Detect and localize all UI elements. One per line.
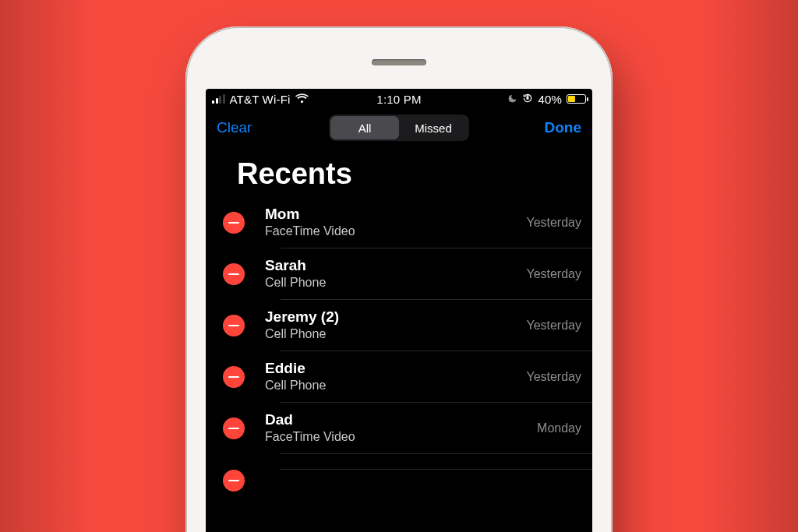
row-content: Dad FaceTime Video (265, 411, 529, 446)
minus-icon (228, 428, 239, 430)
segmented-control[interactable]: All Missed (329, 115, 469, 141)
call-time: Yesterday (526, 216, 581, 230)
decor-shadow (704, 0, 798, 532)
call-name: Eddie (265, 360, 518, 378)
list-item[interactable]: Jeremy (2) Cell Phone Yesterday (212, 300, 592, 351)
nav-bar: Clear All Missed Done (206, 109, 592, 146)
status-bar: AT&T Wi-Fi 1:10 PM (206, 89, 592, 109)
row-content: Jeremy (2) Cell Phone (265, 308, 518, 343)
minus-icon (228, 325, 239, 327)
call-time: Yesterday (526, 267, 581, 281)
call-name: Jeremy (2) (265, 308, 518, 326)
delete-row-button[interactable] (223, 263, 245, 285)
call-type: Cell Phone (265, 378, 518, 394)
delete-row-button[interactable] (223, 212, 245, 234)
status-time: 1:10 PM (206, 93, 592, 106)
row-content: Sarah Cell Phone (265, 257, 518, 291)
delete-row-button[interactable] (223, 417, 245, 439)
call-type: FaceTime Video (265, 224, 518, 240)
minus-icon (228, 273, 239, 276)
battery-icon (567, 94, 586, 104)
tab-missed[interactable]: Missed (399, 116, 468, 139)
call-type: Cell Phone (265, 275, 518, 291)
call-name: Mom (265, 206, 518, 224)
phone-speaker (372, 59, 426, 65)
tab-all[interactable]: All (330, 116, 399, 139)
list-item[interactable]: Mom FaceTime Video Yesterday (212, 197, 592, 248)
phone-body: AT&T Wi-Fi 1:10 PM (185, 26, 613, 532)
list-item[interactable]: Sarah Cell Phone Yesterday (212, 248, 592, 300)
minus-icon (228, 480, 239, 482)
minus-icon (228, 222, 239, 224)
call-time: Yesterday (526, 319, 581, 333)
canvas: AT&T Wi-Fi 1:10 PM (0, 0, 798, 532)
decor-shadow (0, 0, 94, 532)
clear-button[interactable]: Clear (217, 119, 252, 136)
delete-row-button[interactable] (223, 366, 245, 388)
page-title: Recents (206, 146, 592, 197)
call-name: Sarah (265, 257, 518, 275)
list-item[interactable]: Eddie Cell Phone Yesterday (212, 351, 592, 403)
call-time: Yesterday (526, 370, 581, 384)
row-content: Mom FaceTime Video (265, 206, 518, 240)
phone-screen: AT&T Wi-Fi 1:10 PM (206, 89, 592, 532)
call-name: Dad (265, 411, 529, 429)
delete-row-button[interactable] (223, 315, 245, 336)
call-type: Cell Phone (265, 326, 518, 343)
done-button[interactable]: Done (545, 119, 582, 136)
minus-icon (228, 376, 239, 379)
call-time: Monday (537, 421, 581, 435)
call-type: FaceTime Video (265, 429, 529, 446)
delete-row-button[interactable] (223, 470, 245, 491)
row-content: Eddie Cell Phone (265, 360, 518, 394)
recents-list: Mom FaceTime Video Yesterday Sarah Cell … (206, 197, 592, 470)
list-item[interactable]: Dad FaceTime Video Monday (212, 403, 592, 454)
list-item[interactable] (212, 454, 592, 470)
